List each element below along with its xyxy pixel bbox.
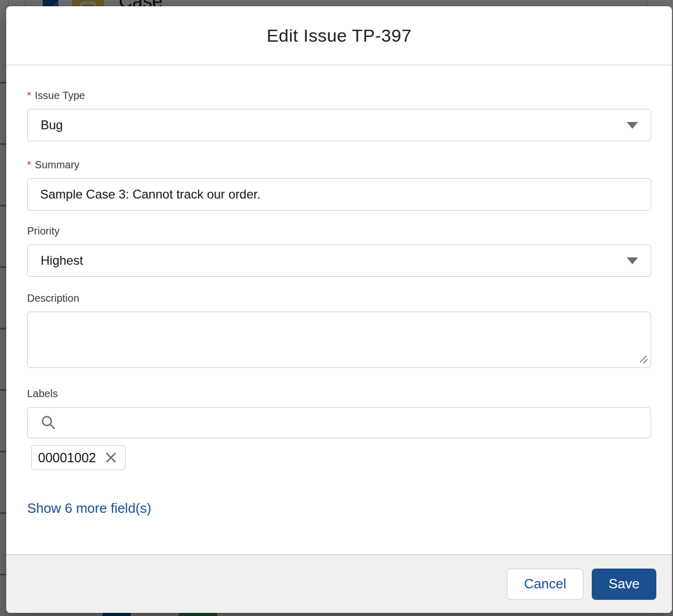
priority-label-text: Priority <box>27 224 59 238</box>
chevron-down-icon <box>627 122 638 129</box>
description-label: Description <box>27 291 651 305</box>
labels-search-box <box>27 407 651 438</box>
field-issue-type: * Issue Type Bug <box>27 89 651 141</box>
save-button[interactable]: Save <box>592 569 656 600</box>
description-textarea-wrap <box>27 312 651 368</box>
required-asterisk: * <box>27 89 31 103</box>
search-icon <box>40 414 57 431</box>
labels-label: Labels <box>27 387 651 401</box>
required-asterisk: * <box>27 158 31 172</box>
modal-header: Edit Issue TP-397 <box>6 6 672 66</box>
issue-type-label-text: Issue Type <box>35 89 85 103</box>
priority-value: Highest <box>41 253 83 268</box>
issue-type-label: * Issue Type <box>27 89 651 103</box>
cancel-button[interactable]: Cancel <box>507 569 583 600</box>
edit-issue-modal: Edit Issue TP-397 * Issue Type Bug * Sum… <box>6 6 672 613</box>
modal-body: * Issue Type Bug * Summary Prior <box>6 66 672 554</box>
field-priority: Priority Highest <box>27 224 651 277</box>
modal-title: Edit Issue TP-397 <box>267 26 412 46</box>
summary-label-text: Summary <box>35 158 80 172</box>
modal-footer: Cancel Save <box>6 554 672 613</box>
remove-label-icon[interactable] <box>104 451 118 464</box>
issue-type-select[interactable]: Bug <box>27 109 651 141</box>
priority-select[interactable]: Highest <box>27 244 651 277</box>
label-pill-text: 00001002 <box>38 450 96 465</box>
show-more-fields-link[interactable]: Show 6 more field(s) <box>27 500 151 516</box>
label-pill: 00001002 <box>31 445 126 470</box>
priority-label: Priority <box>27 224 651 238</box>
chevron-down-icon <box>627 257 638 264</box>
summary-label: * Summary <box>27 158 651 172</box>
description-textarea[interactable] <box>27 312 651 368</box>
description-label-text: Description <box>27 291 79 305</box>
labels-label-text: Labels <box>27 387 58 401</box>
field-description: Description <box>27 291 651 368</box>
labels-search-input[interactable] <box>27 407 651 438</box>
issue-type-value: Bug <box>41 118 63 132</box>
screen: Case Edit Issue TP-397 * Issue Type Bug <box>0 0 673 616</box>
field-labels: Labels 00001002 <box>27 387 651 470</box>
field-summary: * Summary <box>27 158 651 211</box>
summary-input[interactable] <box>27 178 651 211</box>
